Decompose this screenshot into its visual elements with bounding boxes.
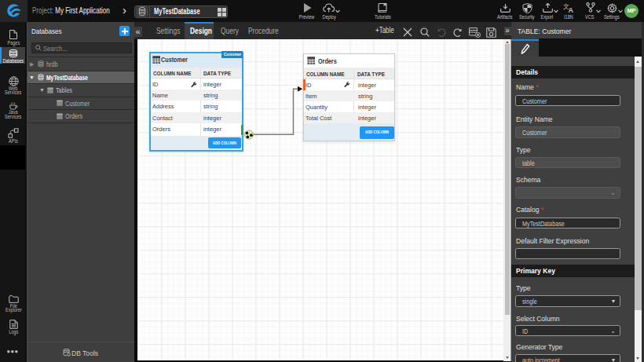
svg-text:A: A xyxy=(569,6,574,13)
